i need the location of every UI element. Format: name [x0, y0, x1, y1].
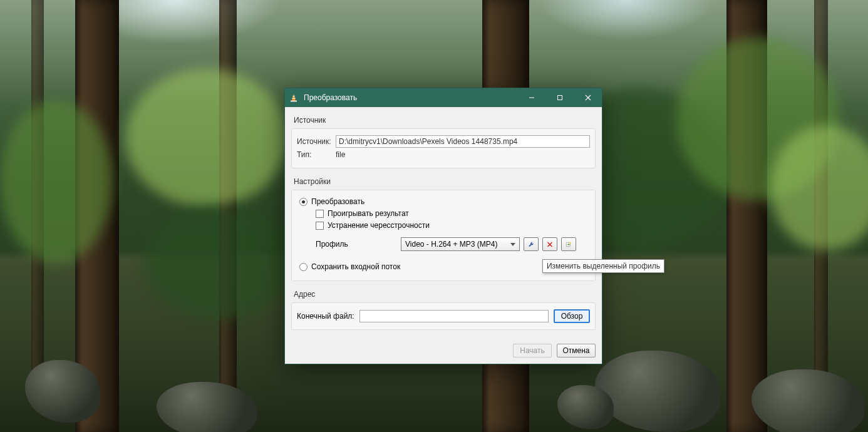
chevron-down-icon — [508, 238, 518, 250]
window-title: Преобразовать — [304, 93, 357, 102]
checkbox-icon — [316, 222, 324, 230]
save-stream-label: Сохранить входной поток — [311, 262, 400, 271]
type-label: Тип: — [297, 150, 336, 159]
minimize-button[interactable] — [517, 88, 545, 107]
source-label: Источник: — [297, 137, 336, 146]
new-profile-button[interactable] — [561, 237, 576, 251]
source-group: Источник Источник: Тип: file — [291, 116, 596, 168]
vlc-cone-icon — [289, 93, 299, 103]
destination-group-label: Адрес — [294, 290, 596, 299]
foliage — [0, 100, 113, 263]
deinterlace-checkbox[interactable]: Устранение чересстрочности — [316, 221, 590, 230]
source-input[interactable] — [336, 135, 590, 148]
browse-button[interactable]: Обзор — [554, 309, 590, 323]
type-value: file — [336, 150, 345, 159]
titlebar[interactable]: Преобразовать — [285, 88, 602, 107]
maximize-button[interactable] — [545, 88, 574, 107]
play-result-label: Проигрывать результат — [328, 209, 409, 218]
delete-profile-button[interactable] — [542, 237, 557, 251]
profile-label: Профиль — [316, 240, 397, 249]
profile-value: Video - H.264 + MP3 (MP4) — [405, 240, 508, 249]
cancel-button[interactable]: Отмена — [557, 344, 596, 357]
svg-rect-0 — [291, 101, 297, 102]
destination-group: Адрес Конечный файл: Обзор — [291, 290, 596, 330]
radio-icon — [299, 198, 307, 206]
destination-file-label: Конечный файл: — [297, 312, 354, 321]
tooltip-edit-profile: Изменить выделенный профиль — [542, 259, 664, 273]
foliage — [144, 207, 294, 319]
settings-group-label: Настройки — [294, 177, 596, 186]
convert-dialog: Преобразовать Источник Источник: Тип: fi… — [284, 88, 602, 364]
svg-rect-2 — [292, 98, 295, 99]
foliage — [125, 69, 288, 207]
radio-icon — [299, 263, 307, 271]
deinterlace-label: Устранение чересстрочности — [328, 221, 430, 230]
source-group-label: Источник — [294, 116, 596, 125]
profile-combobox[interactable]: Video - H.264 + MP3 (MP4) — [401, 237, 520, 251]
checkbox-icon — [316, 210, 324, 218]
convert-radio[interactable]: Преобразовать — [299, 197, 590, 206]
svg-rect-4 — [557, 96, 562, 100]
edit-profile-button[interactable] — [524, 237, 539, 251]
play-result-checkbox[interactable]: Проигрывать результат — [316, 209, 590, 218]
svg-rect-1 — [292, 96, 295, 96]
destination-file-input[interactable] — [359, 310, 549, 322]
convert-radio-label: Преобразовать — [311, 197, 364, 206]
start-button[interactable]: Начать — [513, 344, 552, 357]
close-button[interactable] — [574, 88, 602, 107]
